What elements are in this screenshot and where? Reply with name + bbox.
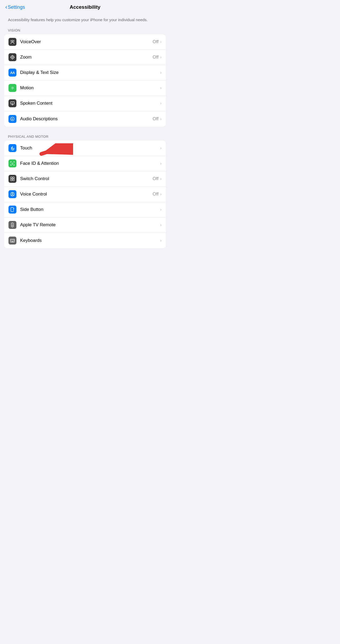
motion-content: Motion ›: [20, 85, 162, 91]
face-id-chevron-icon: ›: [160, 161, 162, 166]
svg-point-17: [13, 163, 14, 163]
physical-motor-section-header: PHYSICAL AND MOTOR: [0, 135, 170, 141]
motion-row[interactable]: Motion ›: [4, 81, 166, 96]
nav-bar: ‹ Settings Accessibility: [0, 0, 170, 13]
switch-control-row[interactable]: Switch Control Off ›: [4, 171, 166, 187]
face-id-row[interactable]: Face ID & Attention ›: [4, 156, 166, 171]
side-button-right: ›: [160, 207, 162, 212]
svg-rect-22: [13, 179, 14, 181]
voiceover-right: Off ›: [153, 39, 162, 45]
apple-tv-remote-right: ›: [160, 223, 162, 227]
motion-icon: [8, 84, 16, 92]
spoken-content-row[interactable]: ab Spoken Content ›: [4, 96, 166, 111]
spoken-content-chevron-icon: ›: [160, 101, 162, 106]
voice-control-row[interactable]: Voice Control Off ›: [4, 187, 166, 202]
svg-rect-35: [14, 240, 14, 240]
voiceover-value: Off: [153, 39, 158, 45]
svg-rect-33: [12, 240, 12, 240]
display-text-size-right: ›: [160, 70, 162, 75]
voice-control-value: Off: [153, 192, 158, 197]
voiceover-row[interactable]: VoiceOver Off ›: [4, 34, 166, 50]
touch-label: Touch: [20, 145, 32, 151]
zoom-content: Zoom Off ›: [20, 55, 162, 60]
svg-rect-32: [11, 240, 11, 240]
spoken-content-label: Spoken Content: [20, 101, 52, 106]
touch-chevron-icon: ›: [160, 146, 162, 150]
switch-control-content: Switch Control Off ›: [20, 176, 162, 181]
svg-rect-37: [12, 241, 12, 241]
switch-control-icon: [8, 175, 16, 183]
svg-text:D: D: [12, 118, 14, 121]
display-text-size-icon: AA: [8, 69, 16, 77]
face-id-right: ›: [160, 161, 162, 166]
audio-descriptions-right: Off ›: [153, 116, 162, 122]
zoom-right: Off ›: [153, 55, 162, 60]
svg-point-16: [12, 163, 12, 163]
svg-rect-38: [13, 241, 13, 241]
voice-control-label: Voice Control: [20, 192, 47, 197]
face-id-label: Face ID & Attention: [20, 161, 59, 166]
touch-right: ›: [160, 146, 162, 150]
display-text-size-chevron-icon: ›: [160, 70, 162, 75]
display-text-size-label: Display & Text Size: [20, 70, 59, 75]
touch-icon: [8, 144, 16, 152]
svg-rect-20: [13, 177, 14, 179]
voiceover-content: VoiceOver Off ›: [20, 39, 162, 45]
physical-motor-section: PHYSICAL AND MOTOR: [0, 135, 170, 248]
motion-label: Motion: [20, 85, 34, 91]
voice-control-icon: [8, 190, 16, 198]
page-title: Accessibility: [70, 4, 100, 10]
apple-tv-remote-icon: [8, 221, 16, 229]
description-text: Accessibility features help you customiz…: [0, 13, 170, 28]
audio-descriptions-chevron-icon: ›: [160, 117, 162, 121]
vision-section-header: VISION: [0, 28, 170, 34]
voice-control-right: Off ›: [153, 192, 162, 197]
display-text-size-row[interactable]: AA Display & Text Size ›: [4, 65, 166, 81]
apple-tv-remote-row[interactable]: Apple TV Remote ›: [4, 217, 166, 233]
touch-row[interactable]: Touch ›: [4, 141, 166, 156]
zoom-icon: [8, 53, 16, 61]
audio-descriptions-content: Audio Descriptions Off ›: [20, 116, 162, 122]
back-button[interactable]: ‹ Settings: [5, 4, 25, 10]
motion-right: ›: [160, 86, 162, 90]
audio-descriptions-value: Off: [153, 116, 158, 122]
face-id-icon: [8, 159, 16, 167]
svg-rect-34: [13, 240, 13, 240]
motion-chevron-icon: ›: [160, 86, 162, 90]
side-button-row[interactable]: ← Side Button ›: [4, 202, 166, 217]
svg-rect-36: [11, 241, 11, 241]
vision-settings-group: VoiceOver Off › Zoom: [4, 34, 166, 127]
svg-text:←: ←: [12, 209, 14, 211]
keyboards-row[interactable]: Keyboards ›: [4, 233, 166, 248]
face-id-content: Face ID & Attention ›: [20, 161, 162, 166]
svg-point-8: [12, 88, 13, 88]
side-button-icon: ←: [8, 206, 16, 214]
keyboards-icon: [8, 237, 16, 245]
spoken-content-content: Spoken Content ›: [20, 101, 162, 106]
switch-control-chevron-icon: ›: [160, 176, 162, 181]
audio-descriptions-row[interactable]: D Audio Descriptions Off ›: [4, 111, 166, 127]
spoken-content-right: ›: [160, 101, 162, 106]
vision-section: VISION VoiceOver Off ›: [0, 28, 170, 127]
keyboards-right: ›: [160, 238, 162, 243]
zoom-chevron-icon: ›: [160, 55, 162, 60]
svg-point-24: [12, 193, 13, 194]
zoom-value: Off: [153, 55, 158, 60]
svg-rect-39: [14, 241, 14, 241]
svg-rect-40: [11, 241, 14, 242]
svg-point-28: [12, 224, 13, 224]
touch-content: Touch ›: [20, 145, 162, 151]
svg-point-2: [12, 57, 13, 58]
switch-control-right: Off ›: [153, 176, 162, 181]
zoom-row[interactable]: Zoom Off ›: [4, 50, 166, 65]
side-button-label: Side Button: [20, 207, 43, 212]
side-button-content: Side Button ›: [20, 207, 162, 212]
voiceover-chevron-icon: ›: [160, 39, 162, 44]
svg-point-0: [12, 40, 13, 42]
switch-control-label: Switch Control: [20, 176, 49, 181]
voiceover-icon: [8, 38, 16, 46]
apple-tv-remote-content: Apple TV Remote ›: [20, 222, 162, 228]
back-label: Settings: [8, 5, 25, 10]
svg-point-1: [11, 56, 14, 59]
keyboards-chevron-icon: ›: [160, 238, 162, 243]
